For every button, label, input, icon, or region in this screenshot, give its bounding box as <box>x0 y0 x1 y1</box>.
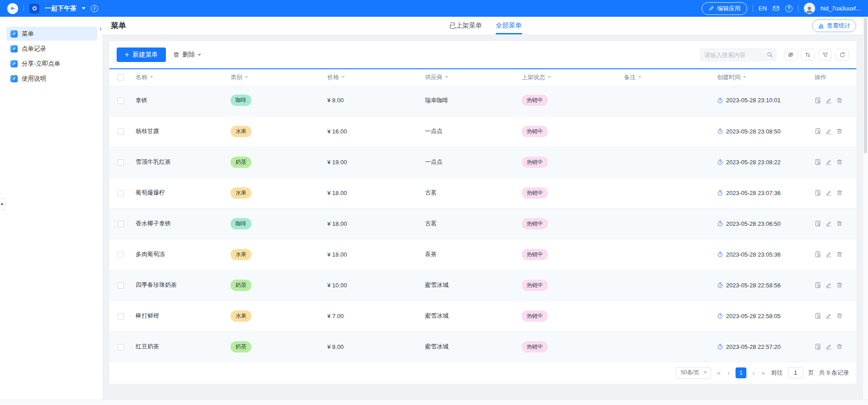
view-detail-icon[interactable] <box>815 251 821 257</box>
row-checkbox[interactable] <box>118 282 124 289</box>
sidebar-item[interactable]: 菜单 <box>6 27 97 41</box>
arrow-left-icon <box>10 5 16 11</box>
tab[interactable]: 全部菜单 <box>495 17 522 34</box>
table-row: 杨枝甘露 水果 ¥ 16.00 一点点 热销中 2023-05-28 23:08… <box>109 116 856 147</box>
row-checkbox[interactable] <box>118 252 124 258</box>
row-checkbox[interactable] <box>118 221 124 227</box>
view-stats-label: 查看统计 <box>827 22 850 30</box>
chevron-down-icon <box>198 54 201 56</box>
panel-expand-handle[interactable]: ▶ <box>0 198 5 210</box>
sort-caret-icon[interactable] <box>547 76 551 78</box>
last-page-button[interactable]: » <box>760 369 766 376</box>
edit-icon[interactable] <box>826 251 832 257</box>
column-header[interactable]: 创建时间 <box>712 69 809 85</box>
info-icon[interactable] <box>91 5 98 12</box>
row-checkbox[interactable] <box>118 344 124 350</box>
view-detail-icon[interactable] <box>815 282 821 288</box>
sidebar-item[interactable]: 使用说明 <box>6 71 97 86</box>
select-all-checkbox[interactable] <box>118 74 124 81</box>
edit-icon[interactable] <box>826 343 832 350</box>
sidebar-item[interactable]: 分享-立即点单 <box>6 57 97 71</box>
row-checkbox[interactable] <box>118 190 124 196</box>
view-detail-icon[interactable] <box>815 343 821 350</box>
row-checkbox[interactable] <box>118 313 124 319</box>
sort-button[interactable] <box>801 49 815 61</box>
table-row: 棒打鲜橙 水果 ¥ 7.00 蜜雪冰城 热销中 2023-05-28 22:58… <box>109 300 856 331</box>
horizontal-scrollbar[interactable] <box>0 400 868 405</box>
filter-button[interactable] <box>818 49 832 61</box>
help-icon[interactable] <box>785 5 793 12</box>
refresh-icon <box>840 52 845 58</box>
view-detail-icon[interactable] <box>815 159 821 165</box>
column-header[interactable]: 类别 <box>225 69 322 85</box>
current-page-button[interactable]: 1 <box>736 367 746 378</box>
search-input[interactable] <box>700 48 777 62</box>
avatar[interactable] <box>804 3 815 14</box>
back-button[interactable] <box>7 3 18 14</box>
row-checkbox[interactable] <box>118 159 124 166</box>
view-detail-icon[interactable] <box>815 313 821 319</box>
delete-row-icon[interactable] <box>836 251 843 257</box>
sort-caret-icon[interactable] <box>341 76 345 78</box>
sort-caret-icon[interactable] <box>743 76 746 78</box>
edit-icon[interactable] <box>826 128 832 134</box>
edit-icon[interactable] <box>826 282 832 288</box>
view-detail-icon[interactable] <box>815 220 821 227</box>
menu-name: 雪顶牛乳红茶 <box>136 158 171 165</box>
view-detail-icon[interactable] <box>815 190 821 196</box>
row-checkbox[interactable] <box>118 98 124 104</box>
next-page-button[interactable]: › <box>751 369 755 376</box>
edit-icon[interactable] <box>826 313 832 319</box>
edit-icon[interactable] <box>826 159 832 165</box>
sort-caret-icon[interactable] <box>245 76 248 78</box>
mail-icon[interactable] <box>772 5 780 12</box>
tab[interactable]: 已上架菜单 <box>449 17 482 34</box>
edit-app-button[interactable]: 编辑应用 <box>702 2 747 15</box>
column-header[interactable]: 名称 <box>130 69 225 85</box>
language-switcher[interactable]: EN <box>759 5 767 12</box>
delete-button[interactable]: 删除 <box>173 51 201 59</box>
column-header[interactable]: 上架状态 <box>516 69 618 85</box>
table-row: 香水椰子拿铁 咖啡 ¥ 18.00 古茗 热销中 2023-05-28 23:0… <box>109 208 856 239</box>
view-detail-icon[interactable] <box>815 97 821 104</box>
goto-page-input[interactable] <box>788 367 803 378</box>
column-header[interactable]: 备注 <box>618 69 712 85</box>
view-stats-button[interactable]: 查看统计 <box>812 19 856 32</box>
row-checkbox[interactable] <box>118 129 124 135</box>
menu-price: ¥ 18.00 <box>327 220 347 227</box>
first-page-button[interactable]: « <box>716 369 722 376</box>
edit-icon[interactable] <box>826 97 832 104</box>
page-size-select[interactable]: 50条/页 <box>676 367 711 379</box>
vertical-scrollbar[interactable] <box>863 17 868 400</box>
column-header[interactable]: 供应商 <box>420 69 516 85</box>
delete-row-icon[interactable] <box>836 190 843 196</box>
sort-caret-icon[interactable] <box>445 76 448 78</box>
new-menu-button[interactable]: + 新建菜单 <box>117 48 166 62</box>
toggle-columns-button[interactable] <box>784 49 797 61</box>
delete-row-icon[interactable] <box>836 313 843 319</box>
app-switcher-caret-icon[interactable] <box>82 7 85 10</box>
refresh-button[interactable] <box>835 49 849 61</box>
delete-row-icon[interactable] <box>836 128 843 134</box>
sidebar-item[interactable]: 点单记录 <box>6 42 97 56</box>
delete-row-icon[interactable] <box>836 282 843 288</box>
edit-icon[interactable] <box>826 220 832 227</box>
delete-row-icon[interactable] <box>836 159 843 165</box>
delete-row-icon[interactable] <box>836 97 843 104</box>
menu-supplier: 蜜雪冰城 <box>425 343 448 350</box>
sort-caret-icon[interactable] <box>150 76 153 78</box>
scrollbar-thumb[interactable] <box>864 18 867 153</box>
topbar: 一起下午茶 编辑应用 EN hid_7oa3uuxf... <box>0 0 868 17</box>
main-area: 菜单 已上架菜单 全部菜单 查看统计 + 新建菜单 删除 <box>103 17 868 405</box>
column-header[interactable]: 价格 <box>322 69 420 85</box>
delete-row-icon[interactable] <box>836 220 843 227</box>
sidebar-collapse-icon[interactable]: ‹ <box>99 25 102 32</box>
column-header[interactable]: 操作 <box>809 69 856 85</box>
view-detail-icon[interactable] <box>815 128 821 134</box>
pencil-icon <box>708 5 714 11</box>
created-time: 2023-05-28 23:08:22 <box>726 159 781 166</box>
prev-page-button[interactable]: ‹ <box>726 369 731 376</box>
edit-icon[interactable] <box>826 190 832 196</box>
delete-row-icon[interactable] <box>836 343 843 350</box>
sort-caret-icon[interactable] <box>638 76 642 78</box>
